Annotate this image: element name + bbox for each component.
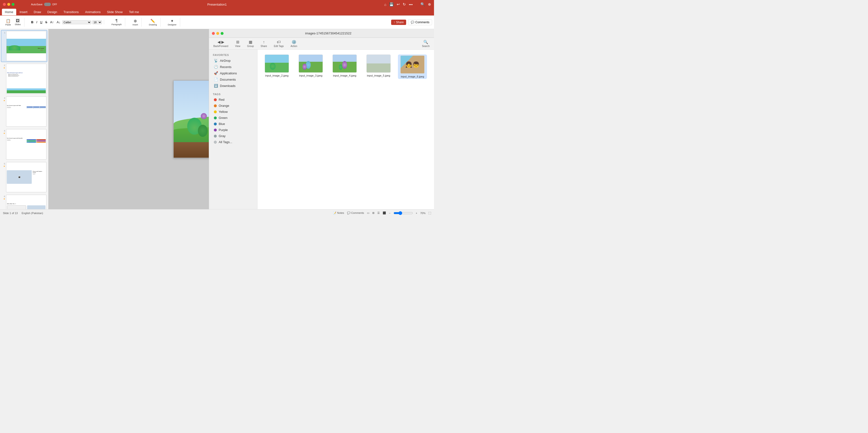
sidebar-item-all-tags[interactable]: All Tags... xyxy=(210,139,256,145)
zoom-slider[interactable] xyxy=(394,211,413,215)
group-icon: ▦ xyxy=(249,40,252,44)
slide-thumb-4[interactable]: Two Content Layout with SmartArt • Add f… xyxy=(6,129,46,159)
font-size-increase[interactable]: A↑ xyxy=(49,20,55,25)
search-icon[interactable]: 🔍 xyxy=(421,2,425,6)
back-forward-button[interactable]: ◀ ▶ Back/Forward xyxy=(212,39,230,48)
share-icon[interactable]: ⊕ xyxy=(428,2,431,6)
slide-item-5[interactable]: 5 ★ 👨‍👩‍👧 Picture with Caption Layout Ca… xyxy=(1,161,47,193)
slide-thumb-6[interactable]: Add a Slide Title - 1 xyxy=(6,195,46,209)
paragraph-label: Paragraph xyxy=(112,23,122,26)
view-normal-icon[interactable]: ▭ xyxy=(367,211,369,215)
titlebar: AutoSave OFF Presentation1 ⌂ 💾 ↩ ↻ ••• 🔍… xyxy=(0,0,434,9)
font-size-decrease[interactable]: A↓ xyxy=(56,20,61,25)
slide-thumb-2[interactable]: Title and Content Layout with List • Add… xyxy=(6,64,46,94)
tab-tellme[interactable]: Tell me xyxy=(126,9,142,15)
tab-home[interactable]: Home xyxy=(2,9,16,15)
view-outline-icon[interactable]: ☰ xyxy=(377,211,380,215)
file-item-img4[interactable]: input_image_4.jpeg xyxy=(330,55,359,77)
tab-slideshow[interactable]: Slide Show xyxy=(104,9,125,15)
edit-tags-button[interactable]: 🏷 Edit Tags xyxy=(273,39,285,48)
slide-item-3[interactable]: 3 ★ Two Content Layout with Table • Firs… xyxy=(1,96,47,127)
paragraph-button[interactable]: ¶ Paragraph xyxy=(110,18,123,26)
minimize-button[interactable] xyxy=(7,3,10,6)
undo-icon[interactable]: ↩ xyxy=(397,2,400,6)
finder-window-controls[interactable] xyxy=(212,32,223,35)
strikethrough-button[interactable]: S̶ xyxy=(44,20,48,25)
insert-button[interactable]: ⊕ Insert xyxy=(131,18,140,27)
underline-button[interactable]: U xyxy=(39,20,43,25)
finder-search-icon: 🔍 xyxy=(423,40,428,44)
tab-animations[interactable]: Animations xyxy=(82,9,103,15)
home-icon[interactable]: ⌂ xyxy=(384,2,386,6)
sidebar-item-applications-label: Applications xyxy=(220,71,237,75)
notes-button[interactable]: 📝 Notes xyxy=(333,211,344,215)
tab-design[interactable]: Design xyxy=(44,9,60,15)
slides-button[interactable]: 🖼 Slides xyxy=(13,18,22,26)
designer-group: ✦ Designer xyxy=(164,18,180,27)
font-family-select[interactable]: Calibri xyxy=(62,20,91,24)
finder-share-button[interactable]: ↑ Share xyxy=(259,39,269,48)
comments-icon: 💬 xyxy=(411,21,414,24)
back-forward-icon: ◀ ▶ xyxy=(217,40,224,44)
tab-draw[interactable]: Draw xyxy=(31,9,44,15)
file-item-img5[interactable]: input_image_5.jpeg xyxy=(364,55,393,77)
finder-minimize-button[interactable] xyxy=(216,32,219,35)
file-item-img3[interactable]: input_image_3.jpeg xyxy=(296,55,325,77)
view-grid-icon[interactable]: ⊞ xyxy=(372,211,374,215)
file-item-img6[interactable]: 👧👦 input_image_6.jpeg xyxy=(398,55,427,79)
file-item-img2[interactable]: input_image_2.jpeg xyxy=(262,55,291,77)
drawing-button[interactable]: ✏️ Drawing xyxy=(148,18,158,27)
action-button[interactable]: ⚙️ Action xyxy=(289,39,299,48)
designer-button[interactable]: ✦ Designer xyxy=(166,18,178,27)
window-controls[interactable] xyxy=(3,3,14,6)
view-button[interactable]: ⊞ View xyxy=(234,39,242,48)
sidebar-item-blue[interactable]: Blue xyxy=(210,121,256,127)
share-icon: ↑ xyxy=(394,21,395,24)
group-button[interactable]: ▦ Group xyxy=(246,39,255,48)
slide-thumb-5[interactable]: 👨‍👩‍👧 Picture with Caption Layout Captio… xyxy=(6,162,46,192)
comments-button[interactable]: 💬 Comments xyxy=(408,19,432,25)
zoom-in-button[interactable]: + xyxy=(416,212,417,215)
sidebar-item-orange-label: Orange xyxy=(219,104,229,107)
slide-item-6[interactable]: 6 ★ Add a Slide Title - 1 xyxy=(1,194,47,209)
font-size-select[interactable]: 18 xyxy=(92,20,102,24)
save-icon[interactable]: 💾 xyxy=(389,2,394,6)
sidebar-item-gray[interactable]: Gray xyxy=(210,133,256,139)
share-button[interactable]: ↑ Share xyxy=(391,20,406,25)
italic-button[interactable]: I xyxy=(35,20,38,25)
autosave-label: AutoSave xyxy=(31,3,42,6)
maximize-button[interactable] xyxy=(11,3,14,6)
slide-item-4[interactable]: 4 ★ Two Content Layout with SmartArt • A… xyxy=(1,128,47,160)
sidebar-item-downloads[interactable]: ⬇️ Downloads xyxy=(210,83,256,89)
sidebar-item-applications[interactable]: 🚀 Applications xyxy=(210,70,256,76)
slide-item-2[interactable]: 2 ★ Title and Content Layout with List •… xyxy=(1,63,47,95)
sidebar-item-airdrop[interactable]: 📡 AirDrop xyxy=(210,57,256,64)
sidebar-item-green[interactable]: Green xyxy=(210,115,256,121)
fit-screen-button[interactable]: ⛶ xyxy=(428,212,431,215)
comments-statusbar-button[interactable]: 💬 Comments xyxy=(347,211,364,215)
more-icon[interactable]: ••• xyxy=(409,2,413,6)
bold-button[interactable]: B xyxy=(30,20,34,25)
sidebar-item-red[interactable]: Red xyxy=(210,97,256,103)
redo-icon[interactable]: ↻ xyxy=(403,2,406,6)
tab-insert[interactable]: Insert xyxy=(17,9,31,15)
sidebar-item-recents[interactable]: 🕐 Recents xyxy=(210,64,256,70)
documents-icon: 📄 xyxy=(214,78,218,81)
slide-thumb-1[interactable]: Title Layout Subtitle xyxy=(6,31,46,61)
sidebar-item-purple[interactable]: Purple xyxy=(210,127,256,133)
statusbar: Slide 1 of 13 English (Pakistan) 📝 Notes… xyxy=(0,209,434,216)
finder-search-button[interactable]: 🔍 Search xyxy=(421,39,431,48)
finder-close-button[interactable] xyxy=(212,32,215,35)
slide-thumb-3[interactable]: Two Content Layout with Table • First bu… xyxy=(6,96,46,127)
zoom-out-button[interactable]: − xyxy=(389,212,391,215)
close-button[interactable] xyxy=(3,3,6,6)
tab-transitions[interactable]: Transitions xyxy=(61,9,82,15)
finder-maximize-button[interactable] xyxy=(221,32,223,35)
view-present-icon[interactable]: ⬛ xyxy=(383,211,386,215)
paste-button[interactable]: 📋 Paste xyxy=(4,18,12,27)
slide-item-1[interactable]: 1 Title Layout Subtitle xyxy=(1,30,47,62)
autosave-toggle[interactable] xyxy=(44,3,51,6)
sidebar-item-orange[interactable]: Orange xyxy=(210,103,256,109)
sidebar-item-documents[interactable]: 📄 Documents xyxy=(210,76,256,83)
sidebar-item-yellow[interactable]: Yellow xyxy=(210,109,256,115)
